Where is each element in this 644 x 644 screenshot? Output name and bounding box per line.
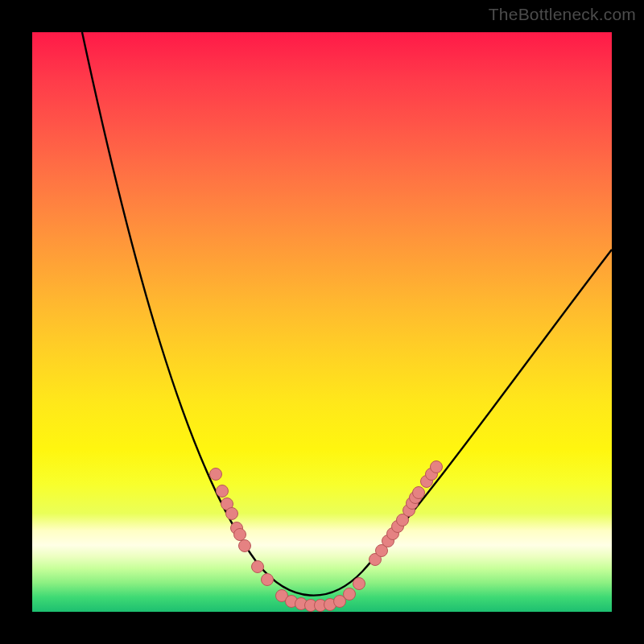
curve-marker (353, 578, 365, 590)
chart-frame: TheBottleneck.com (0, 0, 644, 644)
curve-marker (413, 487, 425, 499)
curve-marker (210, 469, 222, 481)
curve-marker (239, 540, 251, 552)
chart-overlay (32, 32, 612, 612)
marker-group (210, 461, 443, 612)
curve-marker (226, 508, 238, 520)
curve-marker (217, 485, 229, 497)
bottleneck-curve (82, 32, 612, 596)
curve-marker (234, 529, 246, 541)
curve-marker (344, 588, 356, 601)
curve-marker (262, 574, 274, 586)
curve-marker (252, 561, 264, 573)
curve-marker (431, 461, 443, 473)
watermark-text: TheBottleneck.com (489, 5, 636, 24)
